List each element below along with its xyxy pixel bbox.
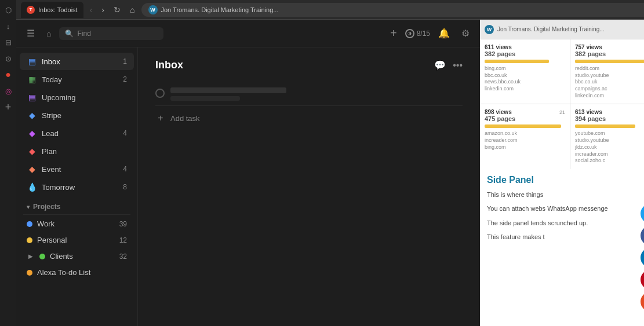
comment-icon[interactable]: 💬 (434, 60, 446, 71)
plan-icon: ◆ (27, 146, 37, 156)
search-bar[interactable]: 🔍 Find (59, 27, 163, 40)
website-text-1: This is where things (487, 190, 644, 200)
side-panel-title: Side Panel (487, 175, 644, 185)
sidebar-today-label: Today (42, 75, 118, 84)
website-text-2: You can attach webs WhatsApp messenge (487, 204, 644, 214)
todoist-body: ▤ Inbox 1 ▦ Today 2 ▤ Upcoming ◆ (16, 47, 480, 326)
stat-views-1: 611 views (485, 44, 565, 50)
inbox-icon: ▤ (27, 56, 37, 67)
sidebar-item-alexa[interactable]: Alexa To-do List (20, 265, 134, 280)
stats-grid: 611 views 382 pages bing.combbc.co.uknew… (480, 39, 644, 169)
app-switcher-icon[interactable]: ⬡ (2, 3, 14, 16)
reload-button[interactable]: ↻ (111, 4, 123, 16)
add-task-row[interactable]: + Add task (155, 106, 463, 130)
sidebar-alexa-label: Alexa To-do List (37, 268, 127, 277)
wp-logo: W (485, 25, 494, 34)
event-icon: ◆ (27, 164, 37, 174)
todoist-app: ☰ ⌂ 🔍 Find + ◑ 8/15 🔔 (16, 20, 480, 326)
sidebar-inbox-label: Inbox (42, 57, 118, 66)
clients-expand-icon[interactable]: ▶ (27, 252, 35, 261)
stat-pages-2: 382 pages (575, 50, 644, 57)
inbox-header: Inbox 💬 ••• (155, 59, 463, 71)
todoist-icon[interactable]: ● (2, 68, 14, 81)
task-text-area (170, 87, 463, 101)
projects-chevron-icon[interactable]: ▾ (27, 204, 30, 210)
sidebar-work-count: 39 (119, 220, 127, 228)
sidebar-item-stripe[interactable]: ◆ Stripe (20, 107, 134, 124)
inbox-main: Inbox 💬 ••• + (138, 47, 480, 326)
home-button[interactable]: ⌂ (127, 4, 137, 16)
stripe-icon: ◆ (27, 110, 37, 120)
stat-bar-4 (575, 124, 635, 128)
forward-button[interactable]: › (99, 4, 107, 16)
download-icon[interactable]: ↓ (2, 20, 14, 32)
home-button-todoist[interactable]: ⌂ (43, 27, 54, 41)
stat-bar-1 (485, 60, 549, 63)
sidebar-item-tomorrow[interactable]: 💧 Tomorrow 8 (20, 178, 134, 196)
tomorrow-icon: 💧 (27, 182, 37, 192)
sidebar-event-count: 4 (123, 165, 127, 173)
projects-label: Projects (33, 203, 60, 211)
notifications-button[interactable]: 🔔 (435, 25, 453, 41)
browser-tab[interactable]: T Inbox: Todoist (21, 2, 83, 18)
address-bar[interactable]: W Jon Tromans. Digital Marketing Trainin… (141, 3, 645, 17)
add-extension-icon[interactable]: + (2, 101, 14, 113)
sidebar-item-upcoming[interactable]: ▤ Upcoming (20, 89, 134, 106)
add-task-plus-icon: + (155, 113, 166, 123)
facebook-share-button[interactable]: f (641, 226, 644, 246)
home-icon: ⌂ (46, 29, 51, 38)
instagram-icon[interactable]: ◎ (2, 85, 14, 97)
clients-project-dot (39, 254, 45, 259)
website-topbar: W Jon Tromans. Digital Marketing Trainin… (480, 20, 644, 39)
stat-card-3: 898 views 21 475 pages amazon.co.ukincre… (480, 104, 570, 169)
more-share-button[interactable]: ● (641, 292, 644, 312)
settings-button[interactable]: ⚙ (458, 25, 473, 41)
task-checkbox[interactable] (155, 89, 165, 98)
social-buttons-column: t f in P ● (641, 204, 644, 312)
sidebar: ▤ Inbox 1 ▦ Today 2 ▤ Upcoming ◆ (16, 47, 138, 326)
sidebar-upcoming-label: Upcoming (42, 93, 127, 102)
menu-icon: ☰ (27, 28, 35, 39)
task-subtext (170, 96, 240, 101)
stat-date-3: 21 (559, 109, 565, 115)
sidebar-inbox-count: 1 (123, 57, 127, 65)
stat-bar-3 (485, 124, 561, 128)
sidebar-personal-label: Personal (37, 236, 115, 244)
pinterest-share-button[interactable]: P (641, 270, 644, 290)
sidebar-plan-label: Plan (42, 147, 127, 156)
sidebar-item-lead[interactable]: ◆ Lead 4 (20, 124, 134, 142)
task-text (170, 87, 286, 93)
sidebar-item-work[interactable]: Work 39 (20, 216, 134, 232)
stat-views-2: 757 views (575, 44, 644, 50)
stat-bar-2 (575, 60, 644, 63)
sidebar-item-plan[interactable]: ◆ Plan (20, 142, 134, 160)
stat-sources-4: youtube.comstudio.youtubejldz.co.ukincre… (575, 130, 644, 164)
history-icon[interactable]: ⊙ (2, 52, 14, 65)
personal-project-dot (27, 237, 32, 243)
sidebar-clients-label: Clients (50, 252, 115, 261)
more-options-icon[interactable]: ••• (453, 60, 463, 71)
sidebar-item-today[interactable]: ▦ Today 2 (20, 71, 134, 88)
add-task-button[interactable]: + (387, 25, 401, 41)
sidebar-item-personal[interactable]: Personal 12 (20, 232, 134, 248)
sidebar-item-inbox[interactable]: ▤ Inbox 1 (20, 53, 134, 70)
calendar-icon: ▦ (27, 74, 37, 85)
search-placeholder: Find (77, 30, 90, 38)
sidebar-item-clients[interactable]: ▶ Clients 32 (20, 248, 134, 264)
projects-header: ▾ Projects (20, 198, 134, 213)
sidebar-personal-count: 12 (119, 236, 127, 244)
sidebar-item-event[interactable]: ◆ Event 4 (20, 160, 134, 178)
stat-pages-1: 382 pages (485, 50, 565, 57)
task-item (155, 83, 463, 106)
browser-area: T Inbox: Todoist ‹ › ↻ ⌂ W Jon Tromans. … (16, 0, 644, 326)
back-button[interactable]: ‹ (87, 4, 96, 16)
linkedin-share-button[interactable]: in (641, 248, 644, 268)
stat-views-4: 613 views (575, 109, 644, 115)
karma-icon: ◑ (405, 29, 414, 38)
twitter-share-button[interactable]: t (641, 204, 644, 224)
extensions-icon[interactable]: ⊟ (2, 36, 14, 49)
menu-button[interactable]: ☰ (23, 25, 38, 41)
work-project-dot (27, 221, 32, 227)
sidebar-tomorrow-count: 8 (123, 183, 127, 191)
stat-pages-4: 394 pages (575, 115, 644, 122)
